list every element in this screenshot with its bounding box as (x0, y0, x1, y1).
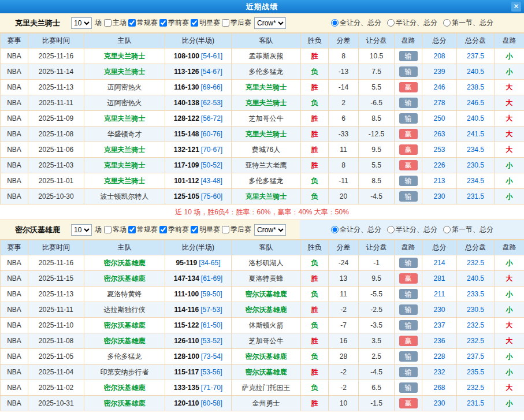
checkbox-input[interactable] (128, 226, 136, 233)
total-line-cell: 230.5 (457, 302, 495, 318)
checkbox-input[interactable] (191, 19, 198, 27)
checkbox-input[interactable] (222, 226, 229, 233)
filter-checkbox[interactable]: 季后赛 (221, 18, 251, 28)
result-cell: 胜 (301, 127, 329, 142)
total-line-cell: 232.5 (457, 380, 495, 396)
result-cell: 胜 (301, 333, 329, 349)
filter-checkbox[interactable]: 主场 (103, 18, 127, 28)
filter-checkbox[interactable]: 明星赛 (190, 18, 220, 28)
radio-input[interactable] (387, 226, 395, 233)
handicap-trend-cell: 输 (395, 95, 422, 111)
over-under-cell: 小 (495, 365, 524, 380)
home-team-cell: 夏洛特黄蜂 (84, 287, 165, 302)
handicap-trend-badge: 赢 (399, 82, 418, 92)
total-points-cell: 253 (422, 142, 457, 158)
team-name: 克里夫兰骑士 (15, 18, 60, 28)
filter-radio[interactable]: 半让分、总分 (387, 18, 437, 28)
home-team-cell: 克里夫兰骑士 (84, 49, 165, 64)
half-score: [61-50] (201, 321, 222, 329)
filter-checkbox[interactable]: 常规赛 (128, 18, 158, 28)
filter-checkbox[interactable]: 客场 (103, 225, 127, 235)
radio-input[interactable] (443, 19, 451, 27)
result-cell: 胜 (301, 302, 329, 318)
home-team-cell: 密尔沃基雄鹿 (84, 255, 165, 271)
point-diff-cell: 20 (329, 189, 359, 205)
away-team-cell: 芝加哥公牛 (232, 333, 301, 349)
handicap-trend-cell: 输 (395, 49, 422, 64)
home-team-cell: 波士顿凯尔特人 (84, 189, 165, 205)
total-points-cell: 230 (422, 189, 457, 205)
sections-container: 克里夫兰骑士 10 场 主场常规赛季前赛明星赛季后赛 Crow* 全让分、总分半… (0, 13, 524, 411)
total-points-cell: 236 (422, 333, 457, 349)
handicap-trend-badge: 赢 (399, 144, 418, 155)
checkbox-label: 季前赛 (168, 18, 189, 28)
radio-input[interactable] (387, 19, 395, 27)
total-line-cell: 231.5 (457, 396, 495, 411)
filter-radio[interactable]: 第一节、总分 (443, 18, 493, 28)
handicap-line-cell: 9.5 (359, 142, 395, 158)
away-team-cell: 夏洛特黄蜂 (232, 271, 301, 287)
total-points-cell: 250 (422, 111, 457, 127)
radio-label: 全让分、总分 (340, 225, 381, 235)
checkbox-input[interactable] (191, 226, 198, 233)
summary-text: 近 10 场，胜6负4：胜率：60%，赢率：40% 大率：50% (0, 205, 524, 220)
company-select[interactable]: Crow* (254, 17, 286, 29)
away-team-cell: 克里夫兰骑士 (232, 80, 301, 95)
handicap-line-cell: 6.5 (359, 380, 395, 396)
point-diff-cell: 11 (329, 287, 359, 302)
result-cell: 胜 (301, 365, 329, 380)
score-cell: 116-130[69-66] (165, 80, 232, 95)
column-header: 胜负 (301, 34, 329, 49)
radio-input[interactable] (331, 226, 339, 233)
filter-checkbox[interactable]: 明星赛 (190, 225, 220, 235)
games-count-select[interactable]: 10 (71, 17, 92, 29)
checkbox-input[interactable] (159, 226, 167, 233)
total-line-cell: 240.5 (457, 111, 495, 127)
company-select[interactable]: Crow* (254, 224, 286, 236)
final-score: 147-134 (174, 274, 199, 283)
checkbox-input[interactable] (104, 226, 112, 233)
filter-checkbox[interactable]: 季后赛 (221, 225, 251, 235)
filter-radio[interactable]: 第一节、总分 (443, 225, 493, 235)
home-team-cell: 迈阿密热火 (84, 95, 165, 111)
over-under-cell: 小 (495, 255, 524, 271)
handicap-trend-badge: 赢 (399, 273, 418, 284)
checkbox-input[interactable] (159, 19, 167, 27)
column-header: 总分盘 (457, 240, 495, 255)
final-score: 115-117 (174, 368, 199, 376)
filter-radio[interactable]: 全让分、总分 (330, 225, 381, 235)
checkbox-input[interactable] (222, 19, 229, 27)
league-cell: NBA (1, 64, 28, 80)
table-header-row: 赛事比赛时间主队比分(半场)客队胜负分差让分盘盘路总分总分盘盘路 (1, 34, 524, 49)
table-row: NBA 2025-11-11 达拉斯独行侠 114-116[57-53] 密尔沃… (1, 302, 524, 318)
filter-checkbox[interactable]: 季前赛 (159, 225, 189, 235)
home-team-cell: 密尔沃基雄鹿 (84, 333, 165, 349)
filter-radio[interactable]: 半让分、总分 (387, 225, 437, 235)
checkbox-input[interactable] (104, 19, 112, 27)
home-team-cell: 克里夫兰骑士 (84, 64, 165, 80)
column-header: 盘路 (395, 34, 422, 49)
home-team-cell: 多伦多猛龙 (84, 349, 165, 365)
handicap-trend-badge: 赢 (399, 160, 418, 170)
result-cell: 胜 (301, 49, 329, 64)
total-points-cell: 263 (422, 127, 457, 142)
filter-checkbox[interactable]: 常规赛 (128, 225, 158, 235)
table-row: NBA 2025-11-06 克里夫兰骑士 132-121[70-67] 费城7… (1, 142, 524, 158)
checkbox-input[interactable] (128, 19, 136, 27)
league-cell: NBA (1, 49, 28, 64)
close-icon[interactable]: ✕ (511, 2, 521, 12)
score-cell: 133-135[71-70] (165, 380, 232, 396)
handicap-trend-cell: 输 (395, 380, 422, 396)
home-team-cell: 密尔沃基雄鹿 (84, 380, 165, 396)
radio-input[interactable] (331, 19, 339, 27)
filter-checkbox[interactable]: 季前赛 (159, 18, 189, 28)
result-cell: 胜 (301, 142, 329, 158)
handicap-line-cell: -1.5 (359, 396, 395, 411)
radio-input[interactable] (443, 226, 451, 233)
final-score: 140-138 (174, 99, 199, 107)
score-cell: 128-122[56-72] (165, 111, 232, 127)
over-under-cell: 小 (495, 302, 524, 318)
filter-radio[interactable]: 全让分、总分 (330, 18, 381, 28)
date-cell: 2025-11-02 (28, 380, 84, 396)
games-count-select[interactable]: 10 (71, 224, 92, 236)
